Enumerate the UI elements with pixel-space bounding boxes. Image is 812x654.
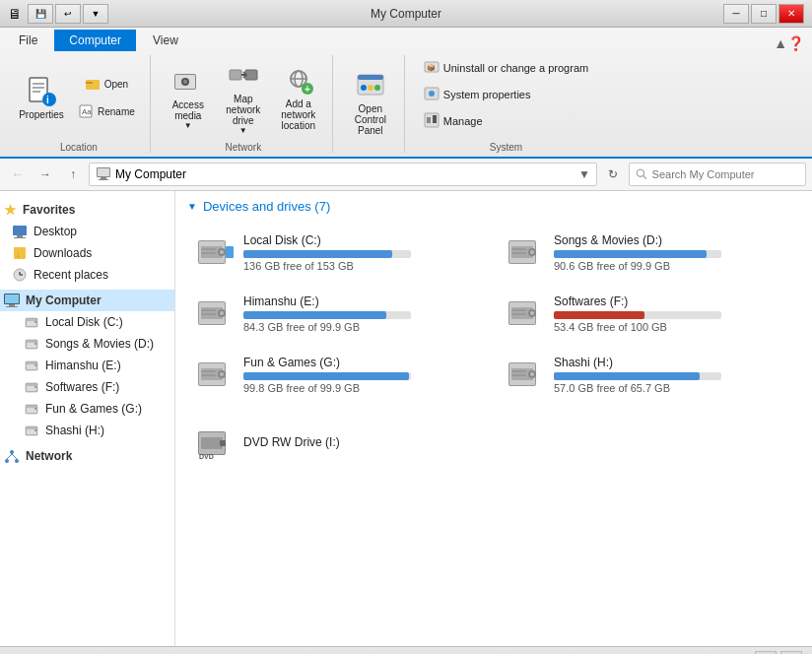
himanshu-e-icon xyxy=(24,358,39,373)
rename-label: Rename xyxy=(98,106,135,117)
sidebar-item-desktop[interactable]: Desktop xyxy=(0,221,174,242)
drive-bar-bg-songs-d xyxy=(554,250,721,258)
network-icon xyxy=(4,448,20,464)
back-button[interactable]: ← xyxy=(6,164,30,185)
drive-bar-fill-fun-g xyxy=(243,372,409,380)
close-button[interactable]: ✕ xyxy=(778,4,804,24)
drive-item-shashi-h[interactable]: Shashi (H:) 57.0 GB free of 65.7 GB xyxy=(498,348,800,401)
view-tiles-btn[interactable]: ⊞ xyxy=(780,651,802,655)
properties-button[interactable]: i Properties xyxy=(16,68,67,127)
dvd-drive-item[interactable]: DVD DVD RW Drive (I:) xyxy=(187,417,800,470)
ribbon-group-network: Access media ▼ Map network drive ▼ xyxy=(155,55,333,153)
drive-info-songs-d: Songs & Movies (D:) 90.6 GB free of 99.9… xyxy=(554,233,791,272)
sidebar-item-recent[interactable]: Recent places xyxy=(0,264,174,286)
svg-rect-116 xyxy=(511,370,526,372)
open-button[interactable]: Open xyxy=(71,71,142,97)
sidebar-item-shashi-h[interactable]: Shashi (H:) xyxy=(0,420,174,441)
hdd-icon-shashi-h xyxy=(507,355,546,394)
drive-item-himanshu-e[interactable]: Himanshu (E:) 84.3 GB free of 99.9 GB xyxy=(187,287,490,340)
drives-grid: Local Disk (C:) 136 GB free of 153 GB So… xyxy=(187,226,800,401)
refresh-button[interactable]: ↻ xyxy=(601,164,625,185)
window-controls: ─ □ ✕ xyxy=(723,4,804,24)
system-props-button[interactable]: System properties xyxy=(417,82,538,107)
sidebar-item-softwares-f[interactable]: Softwares (F:) xyxy=(0,376,174,398)
map-network-button[interactable]: Map network drive ▼ xyxy=(218,55,269,140)
sidebar-item-fun-g[interactable]: Fun & Games (G:) xyxy=(0,398,174,420)
control-panel-label: Open Control Panel xyxy=(348,103,393,136)
svg-point-71 xyxy=(5,459,9,463)
address-box[interactable]: My Computer ▼ xyxy=(89,163,597,186)
network-group-label: Network xyxy=(163,140,324,153)
uninstall-button[interactable]: 📦 Uninstall or change a program xyxy=(417,55,595,81)
address-bar: ← → ↑ My Computer ▼ ↻ xyxy=(0,159,812,191)
open-control-panel-button[interactable]: Open Control Panel xyxy=(345,65,396,141)
manage-button[interactable]: Manage xyxy=(417,108,490,134)
add-network-label: Add a network location xyxy=(276,98,321,131)
forward-button[interactable]: → xyxy=(34,164,57,185)
svg-rect-2 xyxy=(33,87,44,89)
access-media-label: Access media xyxy=(172,99,204,121)
tab-file[interactable]: File xyxy=(4,30,52,51)
sidebar-item-local-c[interactable]: Local Disk (C:) xyxy=(0,311,174,333)
ribbon-collapse-btn[interactable]: ▲ xyxy=(774,35,787,51)
qa-dropdown-btn[interactable]: ▼ xyxy=(83,4,108,24)
up-button[interactable]: ↑ xyxy=(61,164,85,185)
view-details-btn[interactable]: ≡ xyxy=(755,651,777,655)
ribbon-group-control-panel: Open Control Panel xyxy=(337,55,405,153)
svg-point-4 xyxy=(42,93,56,106)
minimize-button[interactable]: ─ xyxy=(723,4,749,24)
drive-space-fun-g: 99.8 GB free of 99.9 GB xyxy=(243,382,481,394)
drive-name-local-c: Local Disk (C:) xyxy=(243,233,481,247)
search-icon xyxy=(636,167,648,181)
sidebar-item-downloads[interactable]: ↓ Downloads xyxy=(0,242,174,264)
svg-point-57 xyxy=(34,343,36,345)
address-dropdown-btn[interactable]: ▼ xyxy=(578,167,590,181)
qa-undo-btn[interactable]: ↩ xyxy=(55,4,81,24)
tab-view[interactable]: View xyxy=(138,30,193,51)
section-toggle[interactable]: ▼ xyxy=(187,201,197,212)
rename-icon: Aa xyxy=(78,103,94,119)
hdd-icon-songs-d xyxy=(507,232,546,272)
sidebar-mycomputer-label: My Computer xyxy=(26,294,102,307)
add-network-button[interactable]: + Add a network location xyxy=(273,60,324,136)
sidebar-network-header[interactable]: Network xyxy=(0,445,174,467)
access-media-button[interactable]: Access media ▼ xyxy=(163,61,214,135)
properties-label: Properties xyxy=(19,109,64,120)
svg-point-79 xyxy=(220,250,224,254)
drive-info-himanshu-e: Himanshu (E:) 84.3 GB free of 99.9 GB xyxy=(243,294,481,333)
svg-rect-117 xyxy=(511,374,526,376)
access-media-arrow: ▼ xyxy=(184,121,192,130)
sidebar-mycomputer-header[interactable]: My Computer xyxy=(0,290,174,311)
ribbon-group-location: i Properties Open Aa xyxy=(8,55,151,153)
sidebar-item-songs-d[interactable]: Songs & Movies (D:) xyxy=(0,333,174,355)
search-input[interactable] xyxy=(652,168,799,180)
search-box[interactable] xyxy=(629,163,806,186)
hdd-icon-himanshu-e xyxy=(196,294,236,333)
local-c-icon xyxy=(24,314,39,330)
drive-item-fun-g[interactable]: Fun & Games (G:) 99.8 GB free of 99.9 GB xyxy=(187,348,490,401)
svg-rect-51 xyxy=(6,306,18,307)
drive-item-local-c[interactable]: Local Disk (C:) 136 GB free of 153 GB xyxy=(187,226,490,279)
tab-computer[interactable]: Computer xyxy=(54,30,136,51)
rename-button[interactable]: Aa Rename xyxy=(71,98,142,124)
sidebar-network-label: Network xyxy=(26,449,72,463)
control-panel-group-label xyxy=(345,151,396,153)
control-panel-items: Open Control Panel xyxy=(345,55,396,151)
songs-d-icon xyxy=(24,336,39,352)
maximize-button[interactable]: □ xyxy=(751,4,777,24)
sidebar-item-himanshu-e[interactable]: Himanshu (E:) xyxy=(0,355,174,376)
sidebar-softwares-f-label: Softwares (F:) xyxy=(45,380,119,394)
address-path: My Computer xyxy=(115,167,186,181)
sidebar-favorites-header[interactable]: ★ Favorites xyxy=(0,199,174,221)
drive-item-softwares-f[interactable]: Softwares (F:) 53.4 GB free of 100 GB xyxy=(498,287,800,340)
svg-point-26 xyxy=(374,85,380,91)
ribbon-group-system: 📦 Uninstall or change a program System p… xyxy=(409,55,603,153)
svg-text:DVD: DVD xyxy=(199,453,214,460)
ribbon-help-btn[interactable]: ❓ xyxy=(787,35,804,51)
qa-save-btn[interactable]: 💾 xyxy=(28,4,53,24)
svg-rect-42 xyxy=(14,237,26,238)
computer-sidebar-icon xyxy=(4,293,20,308)
manage-icon xyxy=(424,112,440,130)
drive-item-songs-d[interactable]: Songs & Movies (D:) 90.6 GB free of 99.9… xyxy=(498,226,800,279)
map-network-arrow: ▼ xyxy=(239,126,247,135)
